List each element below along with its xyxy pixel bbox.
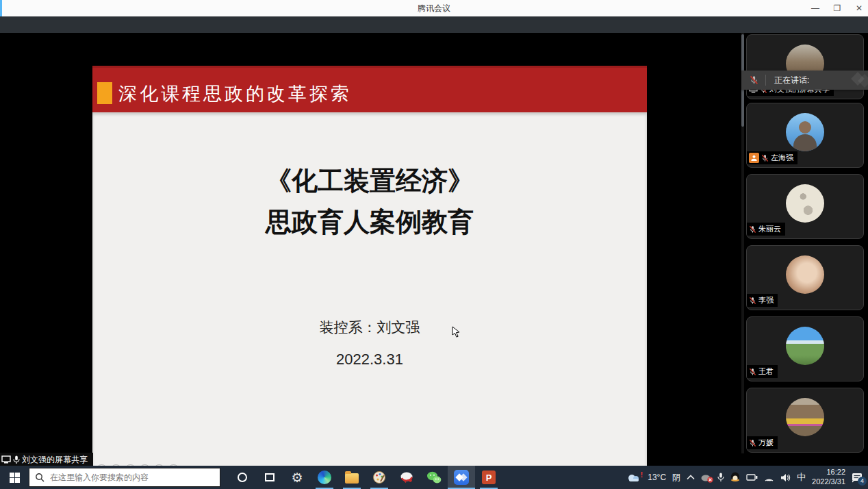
monitor-icon [1, 455, 11, 464]
search-icon [35, 473, 44, 482]
weather-alert-badge: ! [641, 471, 643, 479]
wechat-app-button[interactable] [420, 466, 448, 489]
start-button[interactable] [0, 466, 29, 489]
slide-title-line1: 《化工装置经济》 [92, 160, 647, 201]
mic-muted-icon [749, 225, 756, 234]
windows-logo-icon [10, 473, 20, 483]
clock-date: 2022/3/31 [812, 477, 845, 487]
avatar [786, 255, 824, 294]
gear-icon: ⚙ [291, 470, 303, 486]
tray-expand-icon[interactable] [687, 475, 695, 480]
mic-muted-icon [749, 297, 756, 305]
file-explorer-button[interactable] [338, 466, 366, 489]
paint-app-button[interactable] [366, 466, 393, 489]
mic-muted-icon [749, 368, 756, 376]
weather-condition[interactable]: 阴 [672, 472, 680, 484]
attendee-badge-icon [749, 153, 759, 163]
slide-header-title: 深化课程思政的改革探索 [118, 82, 352, 106]
avatar [786, 398, 824, 436]
onedrive-status-icon[interactable] [701, 473, 711, 481]
mouse-cursor [452, 326, 460, 338]
participant-name-tag: 朱丽云 [747, 223, 785, 236]
window-title: 腾讯会议 [0, 3, 868, 14]
powerpoint-app-button[interactable]: P [475, 466, 502, 489]
weather-icon[interactable]: ! [626, 473, 641, 483]
screen-share-banner: 刘文强的屏幕共享 [0, 453, 93, 466]
avatar [786, 113, 824, 151]
task-view-icon [265, 473, 275, 481]
mic-muted-icon [750, 75, 758, 85]
edge-icon [318, 471, 331, 484]
avatar [786, 327, 824, 365]
participant-name-tag: 万媛 [747, 436, 778, 449]
share-banner-text: 刘文强的屏幕共享 [22, 454, 88, 466]
slide-date: 2022.3.31 [92, 351, 647, 368]
capture-app-button[interactable] [393, 466, 420, 489]
system-tray: ! 13°C 阴 中 16:22 2022/3/31 4 [626, 468, 868, 487]
slide-header-accent-square [97, 82, 112, 104]
weather-temp[interactable]: 13°C [648, 473, 666, 482]
screen: 腾讯会议 — ❐ ✕ 深化课程思政的改革探索 《化工装置经济》 思政育人案例教育… [0, 0, 868, 489]
speaking-indicator: 正在讲话: [741, 71, 868, 90]
slide-main-title: 《化工装置经济》 思政育人案例教育 [92, 160, 647, 242]
paint-palette-icon [372, 471, 386, 484]
tray-clock[interactable]: 16:22 2022/3/31 [812, 468, 845, 487]
cortana-button[interactable] [229, 466, 256, 489]
display-device-icon[interactable] [746, 473, 758, 481]
powerpoint-icon: P [482, 471, 496, 484]
participant-tile[interactable]: 朱丽云 [746, 174, 864, 239]
cortana-icon [238, 473, 247, 482]
participant-tile[interactable]: 万媛 [746, 388, 864, 453]
participant-name: 王君 [758, 366, 774, 377]
participant-name: 朱丽云 [758, 224, 781, 234]
screen-share-stage: 深化课程思政的改革探索 《化工装置经济》 思政育人案例教育 装控系：刘文强 20… [0, 33, 741, 453]
slide-header-bar: 深化课程思政的改革探索 [92, 66, 647, 112]
window-titlebar: 腾讯会议 — ❐ ✕ [0, 0, 868, 16]
notification-count-badge: 4 [858, 477, 867, 486]
wechat-icon [426, 471, 442, 484]
slide-title-line2: 思政育人案例教育 [92, 201, 647, 242]
participant-name-tag: 左海强 [747, 151, 797, 164]
tencent-meeting-app-button[interactable] [448, 466, 475, 489]
meeting-top-toolbar [0, 16, 868, 33]
participant-name: 左海强 [771, 153, 793, 163]
clock-time: 16:22 [812, 468, 845, 477]
participant-name-tag: 王君 [747, 365, 778, 378]
avatar [786, 184, 824, 223]
close-button[interactable]: ✕ [854, 3, 864, 13]
taskbar-search[interactable] [29, 468, 220, 487]
shared-slide: 深化课程思政的改革探索 《化工装置经济》 思政育人案例教育 装控系：刘文强 20… [92, 66, 647, 483]
capture-app-icon [400, 471, 414, 484]
mic-muted-icon [749, 439, 756, 447]
signal-icon[interactable] [764, 473, 774, 482]
mic-muted-icon [761, 154, 769, 162]
speaking-label: 正在讲话: [774, 75, 809, 86]
task-view-button[interactable] [256, 466, 283, 489]
mic-icon [13, 455, 20, 464]
folder-icon [345, 473, 359, 484]
settings-app-button[interactable]: ⚙ [283, 466, 311, 489]
participant-name: 万媛 [758, 438, 774, 448]
ime-indicator[interactable]: 中 [797, 471, 806, 484]
restore-button[interactable]: ❐ [832, 3, 842, 13]
search-input[interactable] [50, 473, 207, 482]
participant-tile[interactable]: 王君 [746, 316, 864, 381]
minimize-button[interactable]: — [810, 3, 820, 13]
qq-icon[interactable] [730, 472, 740, 483]
tray-mic-icon[interactable] [717, 473, 724, 482]
participants-panel: 刘文强的屏幕共享 正在讲话: 左海强 朱丽云 [741, 33, 868, 466]
action-center-button[interactable]: 4 [852, 473, 863, 483]
participant-tile[interactable]: 李强 [746, 245, 864, 310]
slide-author: 装控系：刘文强 [92, 318, 647, 337]
speaker-icon[interactable] [780, 473, 791, 482]
edge-app-button[interactable] [311, 466, 338, 489]
participant-name: 李强 [758, 295, 774, 305]
divider [765, 75, 766, 86]
panel-scrollbar[interactable] [741, 33, 744, 453]
windows-taskbar: ⚙ P ! 13°C 阴 [0, 466, 868, 489]
participant-tile[interactable]: 左海强 [746, 103, 864, 168]
tencent-meeting-icon [454, 470, 469, 485]
participant-name-tag: 李强 [747, 294, 778, 307]
